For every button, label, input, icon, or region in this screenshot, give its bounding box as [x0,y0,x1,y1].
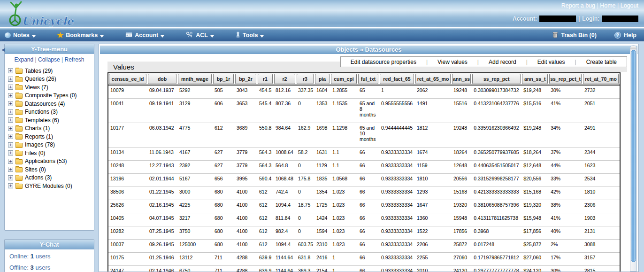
nav-acl[interactable]: ACL [186,31,214,39]
nav-tools[interactable]: Tools [236,31,264,39]
sidebar-item-applications-53[interactable]: +Applications (53) [8,157,94,166]
column-header-cum-cpi[interactable]: cum_cpi [330,73,358,85]
expand-plus-icon[interactable]: + [8,134,13,139]
sidebar-item-queries-26[interactable]: +Queries (26) [8,75,94,84]
expand-plus-icon[interactable]: + [8,68,13,73]
expand-plus-icon[interactable]: + [8,77,13,82]
sidebar-item-tables-29[interactable]: +Tables (29) [8,67,94,75]
sidebar-item-composite-types-0[interactable]: +Composite Types (0) [8,92,94,100]
cell-r2: 564.8 [274,161,296,174]
expand-plus-icon[interactable]: + [8,101,13,106]
cell-census_ee_id: 10248 [108,161,147,174]
folder-icon [15,176,23,181]
expand-plus-icon[interactable]: + [8,142,13,148]
vertical-scrollbar[interactable] [630,45,637,272]
cell-census_ee_id: 10134 [108,148,147,161]
tree-action-expand[interactable]: Expand [14,56,33,63]
cell-census_ee_id: 10041 [108,99,147,123]
sidebar-item-views-7[interactable]: +Views (7) [8,83,94,92]
column-header-pia[interactable]: pia [314,73,330,85]
cell-ret_at_70_mo: 2306 [583,200,620,213]
column-header-ful-txt[interactable]: ful_txt [358,73,379,85]
sidebar-item-images-78[interactable]: +Images (78) [8,141,94,149]
cell-r2: 982.4 [274,226,296,240]
sidebar-item-sites-0[interactable]: +Sites (0) [8,165,94,174]
expand-plus-icon[interactable]: + [8,167,13,172]
expand-plus-icon[interactable]: + [8,85,13,90]
sidebar-item-reports-1[interactable]: +Reports (1) [8,132,94,141]
expand-plus-icon[interactable]: + [8,109,13,115]
expand-plus-icon[interactable]: + [8,117,13,123]
column-header-red-fact-65[interactable]: red_fact_65 [379,73,415,85]
column-header-bp-1r[interactable]: bp_1r [213,73,235,85]
separator: | [578,16,580,22]
sidebar-collapse-arrow[interactable]: ◀ [1,47,5,52]
cell-dob: 04.07.1945 [147,213,177,226]
sidebar-item-charts-1[interactable]: +Charts (1) [8,124,94,133]
header-link-logout[interactable]: Logout [621,2,638,9]
scrollbar-up-button[interactable] [630,46,636,49]
cell-cum_cpi: 1.1 [330,161,358,174]
cell-ss_rep_pct_t: 37% [549,148,583,161]
help-button[interactable]: ? Help [614,32,636,39]
tab-view-values[interactable]: View values [428,59,477,65]
nav-bookmarks[interactable]: ★ Bookmarks [57,32,104,39]
cell-r1: 612 [257,240,274,253]
tab-edit-datasource-properties[interactable]: Edit datasource properties [341,59,426,65]
column-header-ret-at-65-mo[interactable]: ret_at_65_mo [415,73,452,85]
nav-notes[interactable]: Notes [5,32,36,39]
tab-edit-values[interactable]: Edit values [528,59,575,65]
scrollbar-thumb[interactable] [631,50,636,262]
tree-action-refresh[interactable]: Refresh [64,56,84,63]
sidebar-item-gyre-modules-0[interactable]: +GYRE Modules (0) [8,182,94,190]
cell-census_ee_id: 25626 [108,200,147,213]
column-header-mnth-wage[interactable]: mnth_wage [177,73,213,85]
cell-bp_2r: 4100 [235,213,257,226]
unicycle-logo[interactable]: Unicycle [5,0,80,30]
column-header-ret-at-70-mo[interactable]: ret_at_70_mo [583,73,620,85]
expand-plus-icon[interactable]: + [8,93,13,98]
column-header-ann-ss[interactable]: ann_ss [452,73,472,85]
nav-account[interactable]: Account [125,32,164,39]
column-header-ann-ss-t[interactable]: ann_ss_t [521,73,549,85]
offline-count: 3 [31,264,34,271]
tree-item-label: Datasources (4) [25,101,65,107]
cell-red_fact_65: 1 [379,85,415,99]
column-header-label: ss_rep_pct [472,74,521,84]
header-link-home[interactable]: Home [600,2,615,9]
sidebar-item-actions-3[interactable]: +Actions (3) [8,174,94,182]
cell-r3: 0 [296,187,314,200]
trash-icon [552,31,558,39]
sidebar-item-datasources-4[interactable]: +Datasources (4) [8,100,94,108]
folder-icon [15,143,23,148]
column-header-dob[interactable]: dob [147,73,177,85]
cell-ann_ss_t: $27,060 [521,253,549,266]
column-header-bp-2r[interactable]: bp_2r [235,73,257,85]
sidebar-item-files-0[interactable]: +Files (0) [8,149,94,157]
sidebar-item-functions-3[interactable]: +Functions (3) [8,108,94,117]
column-header-ss-rep-pct[interactable]: ss_rep_pct [472,73,521,85]
cell-ss_rep_pct_t: 33% [549,174,583,187]
column-header-r3[interactable]: r3 [296,73,314,85]
column-header-ss-rep-pct-t[interactable]: ss_rep_pct_t [549,73,583,85]
expand-plus-icon[interactable]: + [8,183,13,188]
tab-add-record[interactable]: Add record [479,59,526,65]
column-header-r2[interactable]: r2 [274,73,296,85]
cell-census_ee_id: 10175 [108,253,147,266]
expand-plus-icon[interactable]: + [8,126,13,131]
sidebar-item-templates-6[interactable]: +Templates (6) [8,116,94,124]
column-header-r1[interactable]: r1 [257,73,274,85]
trash-bin-button[interactable]: Trash Bin (0) [552,31,597,39]
tab-create-table[interactable]: Create table [576,59,627,65]
tree-action-collapse[interactable]: Collapse [38,56,60,63]
keys-icon [186,31,193,39]
cell-mnth_wage: 5167 [177,174,213,187]
cell-census_ee_id: 13196 [108,174,147,187]
cell-r2: 1144.64 [274,266,296,272]
column-header-census-ee-id[interactable]: census_ee_id [108,73,147,85]
expand-plus-icon[interactable]: + [8,150,13,155]
cell-r3: 369.3 [296,266,314,272]
expand-plus-icon[interactable]: + [8,159,13,164]
expand-plus-icon[interactable]: + [8,175,13,180]
header-link-report-a-bug[interactable]: Report a bug [561,2,595,9]
